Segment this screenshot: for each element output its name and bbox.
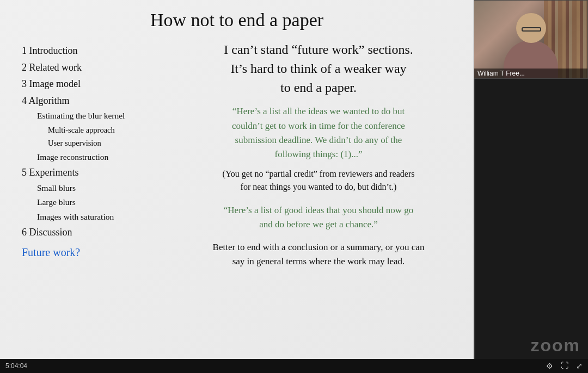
content-column: I can’t stand “future work” sections.It’… <box>169 37 468 353</box>
zoom-watermark: zoom <box>530 335 580 356</box>
toc-item-related-work: 2 Related work <box>22 59 163 76</box>
toc-item-blur-kernel: Estimating the blur kernel <box>22 109 163 123</box>
toc-item-discussion: 6 Discussion <box>22 224 163 241</box>
toc-item-small-blurs: Small blurs <box>22 181 163 195</box>
bottom-icons: ⚙ ⛶ ⤢ <box>546 362 583 371</box>
timestamp: 5:04:04 <box>5 362 27 370</box>
better-note: Better to end with a conclusion or a sum… <box>180 240 457 268</box>
toc-item-future-work: Future work? <box>22 243 163 262</box>
bottom-bar: 5:04:04 ⚙ ⛶ ⤢ <box>0 359 588 373</box>
webcam-person <box>474 1 587 78</box>
toc-item-image-reconstruction: Image reconstruction <box>22 150 163 164</box>
green-quote-2: “Here’s a list of good ideas that you sh… <box>180 203 457 232</box>
fullscreen-icon[interactable]: ⛶ <box>561 362 568 370</box>
toc-item-image-model: 3 Image model <box>22 76 163 92</box>
toc-item-experiments: 5 Experiments <box>22 164 163 181</box>
person-head <box>516 13 546 43</box>
slide-title: How not to end a paper <box>0 10 474 30</box>
toc-item-algorithm: 4 Algorithm <box>22 92 163 109</box>
paren-note: (You get no “partial credit” from review… <box>180 167 457 194</box>
slide-body: 1 Introduction 2 Related work 3 Image mo… <box>0 35 474 359</box>
toc-item-saturation: Images with saturation <box>22 210 163 224</box>
toc-item-multiscale: Multi-scale approach <box>22 123 163 137</box>
settings-icon[interactable]: ⚙ <box>546 362 553 371</box>
toc-item-user-supervision: User supervision <box>22 136 163 150</box>
main-quote: I can’t stand “future work” sections.It’… <box>180 40 457 97</box>
toc-item-large-blurs: Large blurs <box>22 195 163 209</box>
expand-icon[interactable]: ⤢ <box>576 362 583 371</box>
person-glasses <box>522 27 541 32</box>
slide-area: How not to end a paper 1 Introduction 2 … <box>0 0 474 359</box>
toc-item-introduction: 1 Introduction <box>22 42 163 59</box>
webcam-label: William T Free... <box>474 69 587 78</box>
green-quote-1: “Here’s a list all the ideas we wanted t… <box>180 104 457 161</box>
toc-column: 1 Introduction 2 Related work 3 Image mo… <box>5 37 169 353</box>
webcam-area: William T Free... <box>474 0 588 79</box>
person-silhouette <box>498 8 564 78</box>
